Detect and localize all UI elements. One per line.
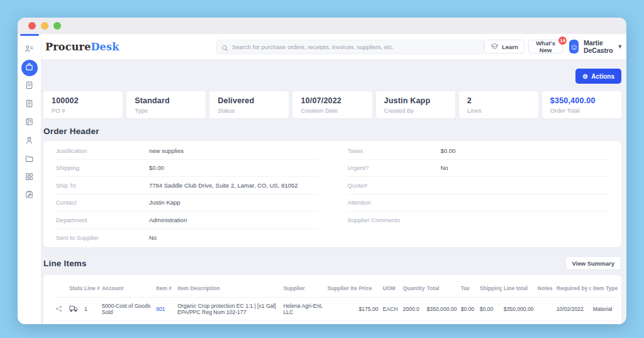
field-urgent: Urgent? No <box>348 160 609 177</box>
search-icon <box>221 43 228 54</box>
field-label: Supplier Comments <box>348 217 441 223</box>
field-value: No <box>441 164 448 171</box>
field-ship-to: Ship To 7784 Saddle Club Drive, Suite 2,… <box>56 177 318 194</box>
field-label: Sent to Supplier <box>56 234 149 241</box>
field-quote-number: Quote# <box>348 177 609 194</box>
field-value: 7784 Saddle Club Drive, Suite 2, Lamar, … <box>149 182 298 189</box>
field-taxes: Taxes $0.00 <box>348 142 609 160</box>
cell-tax: $0.00 <box>459 298 478 321</box>
actions-button[interactable]: ⚙ Actions <box>575 69 621 84</box>
col-price: Price <box>357 283 381 298</box>
close-window-button[interactable] <box>28 22 36 30</box>
field-value: $0.00 <box>441 147 456 154</box>
creation-date-value: 10/07/2022 <box>301 96 364 105</box>
cell-supplier-item <box>325 298 357 321</box>
sidebar-item-suppliers[interactable] <box>21 133 38 149</box>
top-navigation-bar: ProcureDesk ••• Learn What's New 14 <box>42 34 626 60</box>
cell-uom: EACH <box>381 321 401 325</box>
field-label: Shipping <box>56 164 149 171</box>
col-supplier-item: Supplier Item # <box>325 283 357 298</box>
window-titlebar <box>18 18 626 34</box>
creation-date-label: Creation Date <box>301 107 364 114</box>
folder-icon <box>25 154 34 166</box>
field-label: Ship To <box>56 182 149 189</box>
sidebar-item-tasks[interactable] <box>21 188 38 204</box>
maximize-window-button[interactable] <box>53 22 61 30</box>
card-creation-date: 10/07/2022 Creation Date <box>292 91 372 118</box>
line-item-row-1: 1 5000-Cost of Goods Sold 801 Organic Cr… <box>53 298 618 321</box>
field-value: new supplies <box>149 147 184 154</box>
sidebar-item-documents[interactable] <box>21 151 38 167</box>
logo-part-procure: Procure <box>45 41 91 53</box>
sidebar-item-invoices[interactable] <box>21 96 38 113</box>
sidebar-item-catalog[interactable] <box>21 115 38 131</box>
cell-shipping: $0.00 <box>478 298 502 321</box>
field-label: Contact <box>56 199 149 206</box>
cell-quantity: 20.0 <box>401 321 425 325</box>
cell-supplier: Helena Agri-Ent, LLC <box>281 298 325 321</box>
col-supplier: Supplier <box>281 283 325 298</box>
cell-supplier-item <box>325 321 357 325</box>
line-items-panel: Status Line # Account Item # Item Descri… <box>43 275 621 324</box>
card-po-number: 100002 PO # <box>43 91 123 118</box>
whats-new-label: What's New <box>535 40 557 54</box>
user-avatar[interactable]: ☺ <box>569 40 579 54</box>
sidebar-item-approvals[interactable] <box>21 42 38 58</box>
document-icon <box>25 81 34 93</box>
search-input[interactable] <box>216 40 484 54</box>
learn-label: Learn <box>502 43 518 50</box>
order-header-title: Order Header <box>43 127 621 136</box>
learn-button[interactable]: Learn <box>484 40 525 54</box>
sidebar-item-purchase-orders[interactable] <box>21 60 38 76</box>
po-number-label: PO # <box>52 107 114 114</box>
field-label: Attention <box>348 199 441 206</box>
grid-icon <box>25 172 34 184</box>
cell-shipping: $0.00 <box>478 321 502 325</box>
field-value: Justin Kapp <box>149 199 180 206</box>
status-value: Delivered <box>218 96 280 105</box>
col-required-by-date: Required by date <box>555 283 591 298</box>
type-label: Type <box>135 107 197 114</box>
cell-account: 5000-Cost of Goods Sold <box>100 321 154 325</box>
share-icon[interactable] <box>55 307 62 313</box>
gear-icon: ⚙ <box>582 73 588 80</box>
field-label: Taxes <box>348 147 441 154</box>
share-column-header <box>53 283 67 298</box>
cell-quantity: 2000.0 <box>401 298 425 321</box>
cell-line-total: $400.00 <box>502 321 536 325</box>
col-notes: Notes <box>536 283 555 298</box>
card-created-by: Justin Kapp Created By <box>376 91 455 118</box>
procuredesk-logo[interactable]: ProcureDesk <box>45 41 216 53</box>
chevron-down-icon: ▼ <box>617 43 623 50</box>
card-lines: 2 Lines <box>459 91 538 118</box>
cell-item-number[interactable]: 801 <box>154 298 175 321</box>
delivered-truck-icon[interactable] <box>69 307 78 313</box>
sidebar <box>18 34 42 324</box>
cell-item-number[interactable]: Test <box>154 321 175 325</box>
view-summary-button[interactable]: View Summary <box>565 256 621 270</box>
cell-account: 5000-Cost of Goods Sold <box>100 298 154 321</box>
whats-new-button[interactable]: What's New 14 <box>528 40 563 54</box>
col-status: Status <box>67 283 82 298</box>
cell-price: $20.00 <box>357 321 381 325</box>
cell-notes <box>536 298 555 321</box>
user-menu[interactable]: Martie DeCastro ▼ <box>584 39 623 54</box>
table-header-row: Status Line # Account Item # Item Descri… <box>53 283 618 298</box>
cell-line-total: $350,000.00 <box>502 298 536 321</box>
field-label: Justification <box>56 147 149 154</box>
line-items-title: Line Items <box>43 259 87 268</box>
field-value: No <box>149 234 157 241</box>
whats-new-count-badge: 14 <box>558 37 567 45</box>
card-status: Delivered Status <box>209 91 289 118</box>
col-item-type: Item Type <box>591 283 618 298</box>
col-line-total: Line total <box>502 283 536 298</box>
lines-label: Lines <box>467 107 530 114</box>
sidebar-item-receipts[interactable] <box>21 78 38 94</box>
order-header-left-column: Justification new supplies Shipping $0.0… <box>56 142 318 246</box>
sidebar-item-apps[interactable] <box>21 169 38 186</box>
field-contact: Contact Justin Kapp <box>56 194 318 212</box>
cell-price: $175.00 <box>357 298 381 321</box>
status-label: Status <box>218 107 280 114</box>
minimize-window-button[interactable] <box>41 22 48 30</box>
cell-required-by-date: 10/02/2022 <box>555 298 591 321</box>
